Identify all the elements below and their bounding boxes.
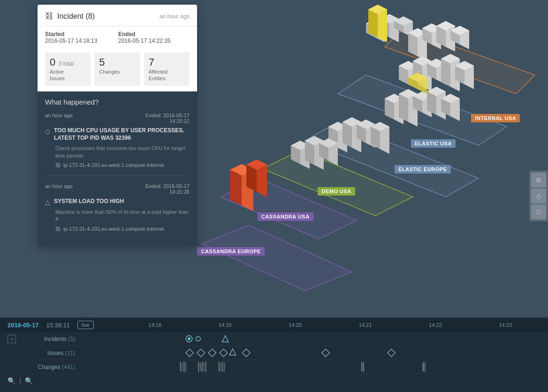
- region-cassandra-europe: CASSANDRA EUROPE: [197, 247, 264, 256]
- svg-rect-100: [200, 363, 201, 371]
- timeline-incidents-row: − Incidents (5): [0, 332, 548, 346]
- changes-markers-svg: [83, 360, 540, 374]
- svg-marker-94: [222, 336, 229, 342]
- incident-time-ago: an hour ago: [160, 13, 190, 20]
- issue-diamond-3[interactable]: [208, 349, 216, 356]
- tick-1419: 14:19: [190, 322, 260, 328]
- region-cassandra-usa: CASSANDRA USA: [258, 212, 313, 221]
- right-toolbar: ⊙ ◇ □: [529, 171, 548, 221]
- svg-rect-110: [423, 362, 424, 371]
- timeline-changes-row: Changes (441): [0, 360, 548, 374]
- incident-header: ⛓ Incident (8) an hour ago: [38, 5, 197, 26]
- svg-rect-98: [185, 362, 186, 371]
- timeline-issues-row: Issues (11): [0, 346, 548, 360]
- incident-stats: 0 3 total Active Issues 5 Changes 7 Affe…: [38, 49, 197, 91]
- stat-changes: 5 Changes: [94, 53, 140, 86]
- issue-diamond-1[interactable]: [186, 349, 193, 356]
- issue-diamond-2[interactable]: [197, 349, 205, 356]
- issue-triangle-1[interactable]: [229, 349, 236, 355]
- issue-diamond-6[interactable]: [322, 349, 329, 356]
- event-1-time: an hour ago: [45, 113, 73, 118]
- event-1: an hour ago Ended: 2016-05-17 14:20:12 ◇…: [45, 113, 190, 176]
- search-icon: 🔍: [8, 377, 15, 384]
- svg-rect-105: [221, 363, 221, 371]
- footer-separator: |: [19, 377, 21, 385]
- issues-markers-svg: [83, 346, 540, 360]
- stat-0-number: 0: [50, 56, 55, 68]
- issues-row-label: Issues (11): [22, 350, 83, 356]
- event-2-ended: Ended: 2016-05-17 14:21:26: [145, 183, 190, 195]
- issue-diamond-5[interactable]: [243, 349, 250, 356]
- event-1-description: Check processes that consume too much CP…: [55, 145, 190, 159]
- stat-affected-entities: 7 Affected Entities: [144, 53, 190, 86]
- region-elastic-usa: ELASTIC USA: [411, 139, 456, 148]
- incident-meta: Started 2016-05-17 14:18:13 Ended 2016-0…: [38, 26, 197, 49]
- incident-marker-1[interactable]: [186, 336, 192, 342]
- svg-rect-108: [361, 362, 362, 371]
- svg-rect-107: [224, 362, 225, 371]
- host-icon: ⛓: [55, 162, 61, 168]
- issue-diamond-7[interactable]: [388, 349, 395, 356]
- stat-0-extra: 3 total: [58, 60, 74, 67]
- event-2-title: SYSTEM LOAD TOO HIGH: [54, 197, 124, 205]
- event-1-host: ⛓ ip-172-31-4-101.eu-west-1.compute.inte…: [55, 162, 190, 168]
- event-2-hostname: ip-172-31-4-101.eu-west-1.compute.intern…: [63, 226, 164, 232]
- toolbar-clock-btn[interactable]: ⊙: [531, 173, 546, 188]
- stat-2-label: Affected Entities: [149, 68, 185, 82]
- stat-0-label: Active Issues: [50, 68, 86, 82]
- timeline-area: 2016-05-17 15:38:11 live 14:18 14:19 14:…: [0, 317, 548, 392]
- incident-panel: ⛓ Incident (8) an hour ago Started 2016-…: [38, 5, 197, 246]
- svg-point-92: [188, 338, 190, 340]
- incident-icon: ⛓: [45, 11, 53, 21]
- issues-row-content: [83, 346, 540, 360]
- changes-row-label: Changes (441): [22, 364, 83, 370]
- stat-active-issues: 0 3 total Active Issues: [45, 53, 91, 86]
- timeline-date: 2016-05-17: [8, 322, 39, 329]
- tick-1418: 14:18: [120, 322, 190, 328]
- svg-rect-95: [180, 362, 181, 372]
- svg-rect-109: [363, 362, 364, 372]
- changes-row-content: [83, 360, 540, 374]
- tick-1421: 14:21: [330, 322, 400, 328]
- svg-rect-101: [202, 362, 203, 372]
- incident-name: Incident (8): [57, 12, 95, 21]
- event-2-description: Machine is more than 50% of its time at …: [55, 209, 190, 223]
- started-label: Started 2016-05-17 14:18:13: [45, 31, 116, 44]
- timeline-header: 2016-05-17 15:38:11 live 14:18 14:19 14:…: [0, 318, 548, 332]
- event-1-ended: Ended: 2016-05-17 14:20:12: [145, 113, 190, 124]
- timeline-footer: 🔍 | 🔍: [0, 374, 548, 387]
- svg-rect-106: [222, 362, 223, 372]
- tick-1422: 14:22: [400, 322, 470, 328]
- toolbar-square-btn[interactable]: □: [531, 204, 546, 219]
- event-1-title: TOO MUCH CPU USAGE BY USER PROCESSES. LA…: [54, 127, 190, 143]
- incidents-collapse-btn[interactable]: −: [8, 335, 16, 343]
- event-2-host: ⛓ ip-172-31-4-101.eu-west-1.compute.inte…: [55, 226, 190, 232]
- timeline-clock: 15:38:11: [46, 322, 70, 329]
- toolbar-diamond-btn[interactable]: ◇: [531, 188, 546, 204]
- tick-1420: 14:20: [260, 322, 330, 328]
- zoom-icon: 🔍: [25, 377, 33, 384]
- svg-rect-111: [425, 362, 426, 372]
- incidents-row-content: [83, 332, 540, 346]
- event-2-time: an hour ago: [45, 183, 73, 189]
- svg-rect-97: [183, 362, 184, 372]
- tick-1423: 14:23: [471, 322, 540, 328]
- live-button[interactable]: live: [77, 321, 94, 329]
- issue-diamond-4[interactable]: [220, 349, 227, 356]
- svg-rect-102: [204, 362, 205, 371]
- region-internal-usa: INTERNAL USA: [471, 114, 520, 122]
- host-2-icon: ⛓: [55, 226, 61, 232]
- incident-marker-3[interactable]: [222, 336, 229, 342]
- stat-2-number: 7: [149, 56, 185, 68]
- svg-point-93: [196, 337, 201, 341]
- incident-marker-2[interactable]: [196, 337, 201, 341]
- what-happened-title: What happened?: [45, 98, 190, 106]
- timeline-ticks: 14:18 14:19 14:20 14:21 14:22 14:23: [101, 322, 540, 328]
- region-demo-usa: DEMO USA: [318, 187, 355, 196]
- event-1-hostname: ip-172-31-4-101.eu-west-1.compute.intern…: [63, 162, 164, 168]
- event-2: an hour ago Ended: 2016-05-17 14:21:26 △…: [45, 183, 190, 239]
- svg-rect-104: [219, 362, 220, 372]
- svg-rect-96: [182, 363, 183, 371]
- stat-1-label: Changes: [99, 68, 135, 75]
- event-2-shape-icon: △: [45, 198, 50, 206]
